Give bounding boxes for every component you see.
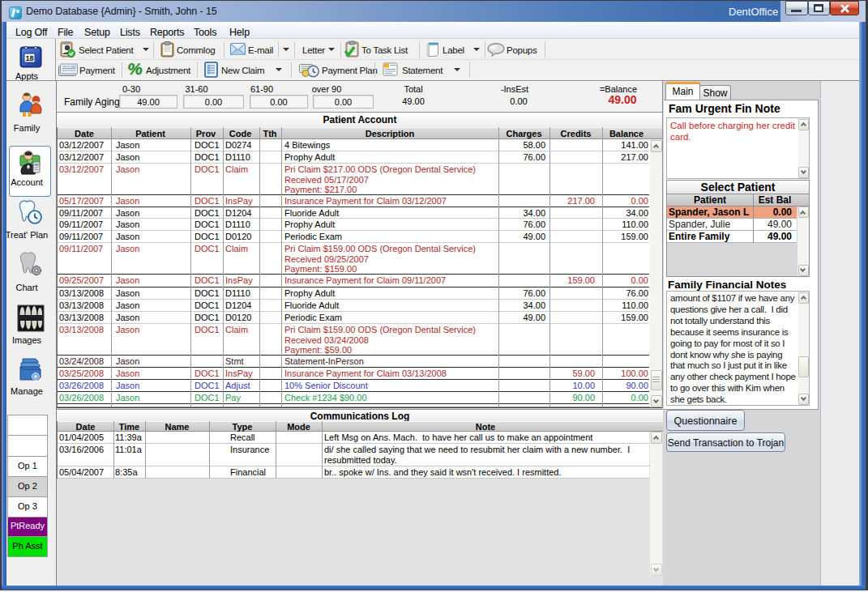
svg-text:18: 18 (25, 54, 33, 62)
